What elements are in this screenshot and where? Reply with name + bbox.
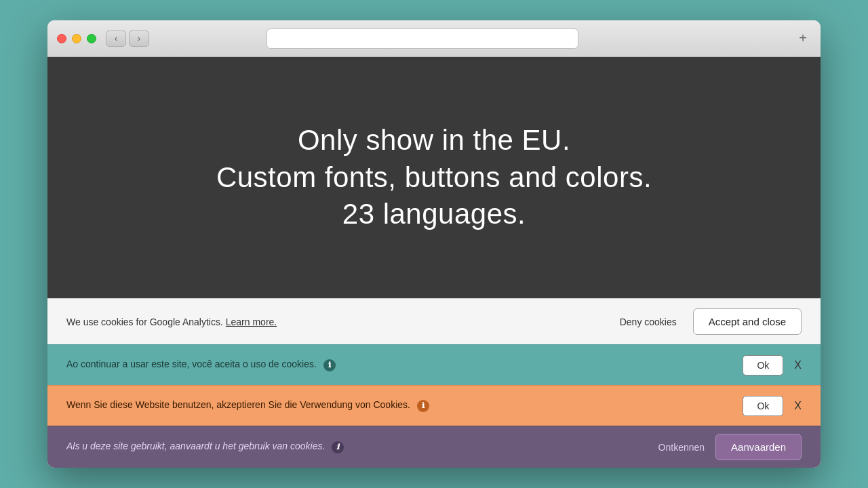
cookie-bar-analytics: We use cookies for Google Analytics. Lea… xyxy=(47,298,821,344)
hero-section: Only show in the EU. Custom fonts, butto… xyxy=(47,57,821,298)
title-bar: ‹ › + xyxy=(47,20,821,57)
accept-and-close-button[interactable]: Accept and close xyxy=(693,308,802,335)
ok-button-2[interactable]: Ok xyxy=(743,355,783,375)
traffic-lights xyxy=(57,34,96,43)
info-icon-2[interactable]: ℹ xyxy=(323,359,336,371)
cookie-bar-german: Wenn Sie diese Website benutzen, akzepti… xyxy=(47,385,821,426)
learn-more-link[interactable]: Learn more. xyxy=(226,317,277,327)
hero-line1: Only show in the EU. xyxy=(216,122,652,159)
cookie-message-4: Als u deze site gebruikt, aanvaardt u he… xyxy=(66,441,658,453)
nav-buttons: ‹ › xyxy=(106,30,149,47)
cookie-message-2: Ao continuar a usar este site, você acei… xyxy=(66,359,743,371)
close-button[interactable] xyxy=(57,34,66,43)
ontkennen-button[interactable]: Ontkennen xyxy=(658,442,705,453)
cookie-bar-portuguese: Ao continuar a usar este site, você acei… xyxy=(47,344,821,385)
hero-text: Only show in the EU. Custom fonts, butto… xyxy=(216,122,652,233)
cookie-message-1: We use cookies for Google Analytics. Lea… xyxy=(66,317,620,327)
info-icon-4[interactable]: ℹ xyxy=(332,441,344,453)
cookie-message-3: Wenn Sie diese Website benutzen, akzepti… xyxy=(66,399,743,412)
hero-line3: 23 languages. xyxy=(216,196,652,233)
address-bar[interactable] xyxy=(267,28,578,49)
back-button[interactable]: ‹ xyxy=(106,30,126,47)
aanvaarden-button[interactable]: Aanvaarden xyxy=(715,434,802,460)
close-button-2[interactable]: X xyxy=(794,359,802,371)
browser-window: ‹ › + Only show in the EU. Custom fonts,… xyxy=(47,20,821,468)
cookie-bar-dutch: Als u deze site gebruikt, aanvaardt u he… xyxy=(47,426,821,468)
minimize-button[interactable] xyxy=(72,34,81,43)
maximize-button[interactable] xyxy=(87,34,96,43)
info-icon-3[interactable]: ℹ xyxy=(417,400,429,412)
browser-content: Only show in the EU. Custom fonts, butto… xyxy=(47,57,821,468)
hero-line2: Custom fonts, buttons and colors. xyxy=(216,159,652,197)
close-button-3[interactable]: X xyxy=(794,400,802,412)
new-tab-button[interactable]: + xyxy=(795,30,811,47)
ok-button-3[interactable]: Ok xyxy=(743,396,783,416)
forward-button[interactable]: › xyxy=(129,30,149,47)
deny-cookies-button[interactable]: Deny cookies xyxy=(620,317,677,327)
